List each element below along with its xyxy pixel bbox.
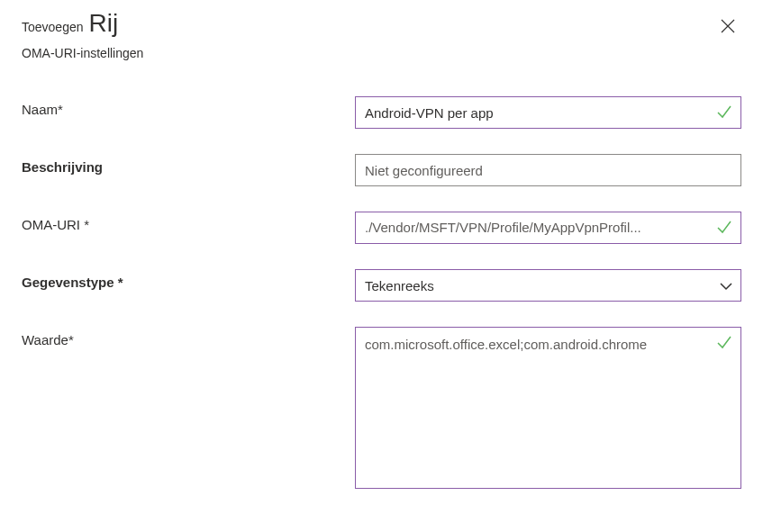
name-input[interactable] <box>355 96 741 129</box>
value-textarea[interactable]: com.microsoft.office.excel;com.android.c… <box>355 327 741 489</box>
description-label: Beschrijving <box>22 154 355 175</box>
oma-uri-label: OMA-URI * <box>22 212 355 232</box>
page-title: Rij <box>89 9 119 38</box>
close-button[interactable] <box>714 13 741 42</box>
description-input[interactable] <box>355 154 741 186</box>
data-type-value: Tekenreeks <box>365 278 434 293</box>
subtitle: OMA-URI-instellingen <box>22 46 741 60</box>
data-type-select[interactable]: Tekenreeks <box>355 269 741 302</box>
data-type-label: Gegevenstype * <box>22 269 355 290</box>
oma-uri-input[interactable]: ./Vendor/MSFT/VPN/Profile/MyAppVpnProfil… <box>355 212 741 244</box>
pre-title: Toevoegen <box>22 20 84 34</box>
value-label: Waarde* <box>22 327 355 347</box>
oma-uri-value: ./Vendor/MSFT/VPN/Profile/MyAppVpnProfil… <box>365 212 708 243</box>
close-icon <box>720 23 736 37</box>
name-label: Naam* <box>22 96 355 117</box>
